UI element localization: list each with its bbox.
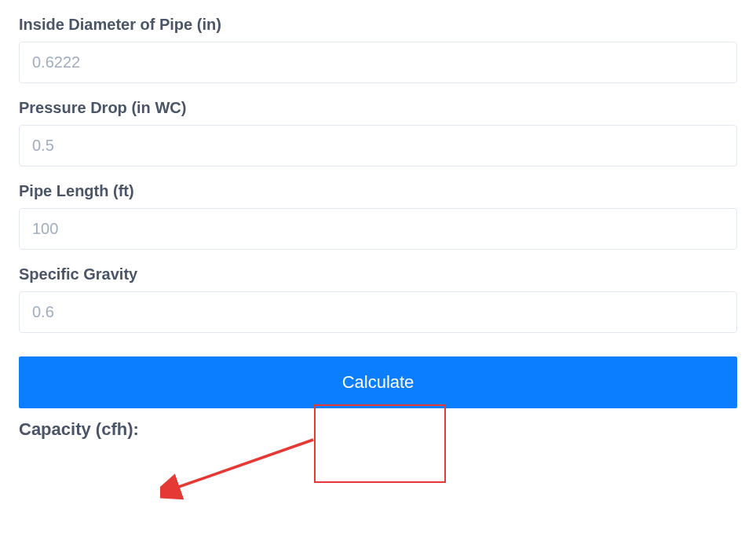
field-specific-gravity: Specific Gravity — [19, 265, 737, 333]
calculator-form: Inside Diameter of Pipe (in) Pressure Dr… — [19, 16, 737, 440]
svg-line-1 — [174, 440, 313, 488]
input-specific-gravity[interactable] — [19, 291, 737, 333]
field-pipe-length: Pipe Length (ft) — [19, 182, 737, 250]
input-pressure-drop[interactable] — [19, 125, 737, 166]
label-inside-diameter: Inside Diameter of Pipe (in) — [19, 16, 737, 34]
annotation-arrow-icon — [160, 432, 317, 503]
input-pipe-length[interactable] — [19, 208, 737, 250]
field-inside-diameter: Inside Diameter of Pipe (in) — [19, 16, 737, 83]
calculate-button[interactable]: Calculate — [19, 356, 737, 408]
field-pressure-drop: Pressure Drop (in WC) — [19, 99, 737, 166]
label-pressure-drop: Pressure Drop (in WC) — [19, 99, 737, 117]
result-capacity-label: Capacity (cfh): — [19, 419, 737, 440]
label-specific-gravity: Specific Gravity — [19, 265, 737, 283]
label-pipe-length: Pipe Length (ft) — [19, 182, 737, 200]
input-inside-diameter[interactable] — [19, 42, 737, 83]
